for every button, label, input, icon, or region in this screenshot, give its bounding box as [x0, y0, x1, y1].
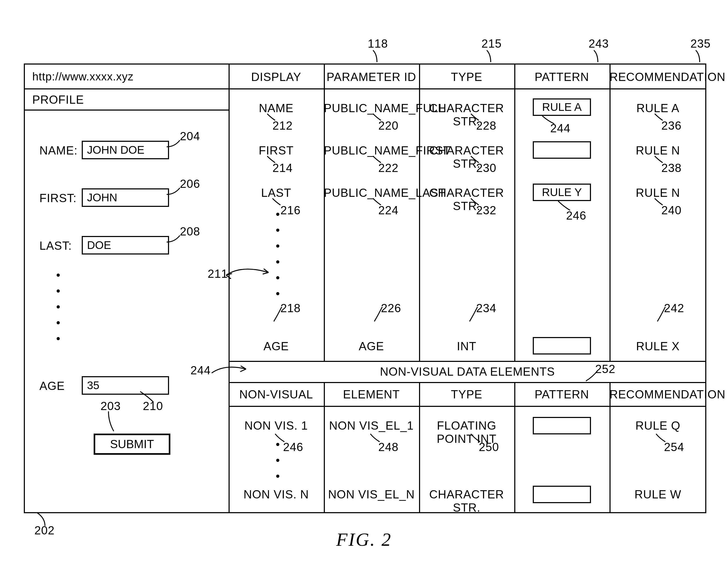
ref-243: 243 [589, 37, 609, 50]
nv0-col1: NON VIS_EL_1 [324, 419, 419, 432]
nv0-rec: RULE Q [609, 419, 706, 432]
td-type-0: CHARACTER STR. [419, 102, 514, 128]
ref-250: 250 [479, 441, 499, 454]
td-display-2: LAST [229, 186, 324, 200]
td-rec-0: RULE A [609, 102, 706, 115]
figure-canvas: 118 215 243 235 http://www.xxxx.xyz PROF… [0, 0, 728, 582]
main-diagram-box: http://www.xxxx.xyz PROFILE NAME: JOHN D… [24, 63, 706, 513]
age-label: AGE [40, 379, 65, 393]
td-pattern-3 [533, 337, 591, 354]
ref-206: 206 [180, 177, 200, 190]
th-type: TYPE [419, 70, 514, 84]
first-label: FIRST: [40, 191, 76, 205]
td-pattern-1 [533, 141, 591, 159]
nvN-pattern [533, 486, 591, 503]
submit-label: SUBMIT [110, 438, 154, 451]
nvh-nonvisual: NON-VISUAL [229, 388, 324, 401]
nvN-rec: RULE W [609, 488, 706, 501]
figure-label: FIG. 2 [0, 529, 728, 550]
th-param: PARAMETER ID [324, 70, 419, 84]
td-rec-2: RULE N [609, 186, 706, 200]
nvh-type: TYPE [419, 388, 514, 401]
ref-244row: 244 [190, 364, 211, 377]
ref-215: 215 [482, 37, 501, 50]
nvh-element: ELEMENT [324, 388, 419, 401]
td-type-2: CHARACTER STR. [419, 186, 514, 213]
first-input[interactable]: JOHN [82, 188, 169, 207]
submit-button[interactable]: SUBMIT [94, 433, 171, 455]
nonvisual-section-title: NON-VISUAL DATA ELEMENTS [229, 365, 706, 378]
age-value: 35 [87, 379, 100, 392]
nvN-col0: NON VIS. N [229, 488, 324, 501]
ref-203: 203 [101, 399, 121, 413]
nvh-pattern: PATTERN [514, 388, 609, 401]
ref-254: 254 [664, 441, 684, 454]
td-param-2: PUBLIC_NAME_LAST [324, 186, 419, 200]
name-input[interactable]: JOHN DOE [82, 141, 169, 159]
url-text: http://www.xxxx.xyz [32, 70, 134, 83]
nv0-col2: FLOATING POINT INT [419, 419, 514, 446]
td-display-3: AGE [229, 340, 324, 353]
th-pattern: PATTERN [514, 70, 609, 84]
td-display-1: FIRST [229, 144, 324, 157]
nvh-rec: RECOMMENDATION [609, 388, 706, 401]
ref-118: 118 [368, 37, 388, 50]
td-rec-3: RULE X [609, 340, 706, 353]
nvN-col1: NON VIS_EL_N [324, 488, 419, 501]
last-label: LAST: [40, 239, 72, 253]
td-pattern-2: RULE Y [533, 184, 591, 201]
ref-211: 211 [208, 267, 228, 281]
name-value: JOHN DOE [87, 144, 145, 156]
th-rec: RECOMMENDATION [609, 70, 706, 84]
td-param-0: PUBLIC_NAME_FULL [324, 102, 419, 115]
ref-208: 208 [180, 225, 200, 238]
td-display-0: NAME [229, 102, 324, 115]
ref-248: 248 [378, 441, 398, 454]
profile-title: PROFILE [32, 93, 84, 106]
td-type-1: CHARACTER STR. [419, 144, 514, 170]
last-input[interactable]: DOE [82, 236, 169, 255]
nvN-col2: CHARACTER STR. [419, 488, 514, 514]
ref-246b: 246 [283, 441, 303, 454]
td-type-3: INT [419, 340, 514, 353]
first-value: JOHN [87, 191, 117, 204]
td-rec-1: RULE N [609, 144, 706, 157]
td-param-1: PUBLIC_NAME_FIRST [324, 144, 419, 157]
ref-204: 204 [180, 130, 200, 143]
nv0-pattern [533, 417, 591, 434]
td-pattern-0: RULE A [533, 99, 591, 116]
ref-216: 216 [280, 204, 301, 217]
nv0-col0: NON VIS. 1 [229, 419, 324, 432]
name-label: NAME: [40, 144, 78, 157]
last-value: DOE [87, 239, 111, 252]
th-display: DISPLAY [229, 70, 324, 84]
ref-235: 235 [691, 37, 710, 50]
td-param-3: AGE [324, 340, 419, 353]
